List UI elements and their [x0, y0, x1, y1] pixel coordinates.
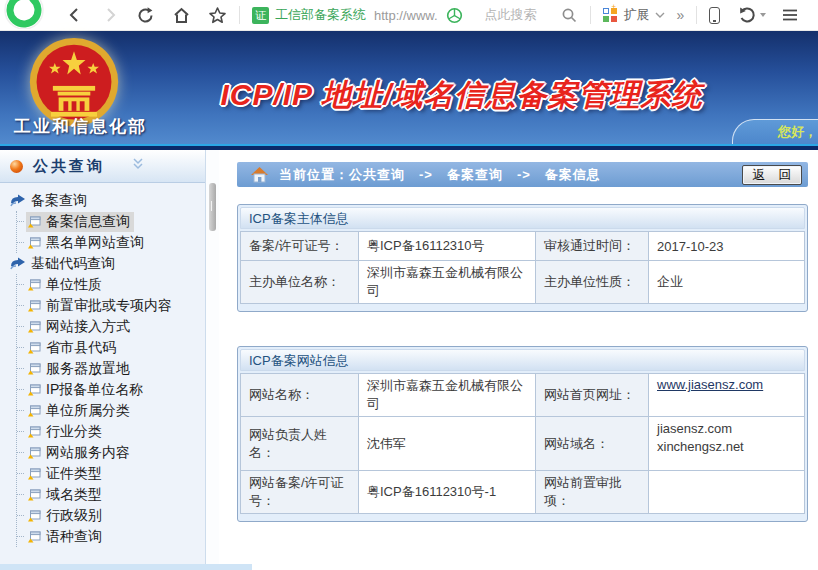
menu-icon[interactable] — [782, 8, 798, 22]
sidebar-item-unit-nature[interactable]: 单位性质 — [17, 274, 205, 295]
organizer-nature-label: 主办单位性质： — [536, 261, 649, 304]
organizer-nature-value: 企业 — [649, 261, 805, 304]
item-label: 单位性质 — [46, 276, 102, 294]
collapse-chevrons-icon[interactable] — [131, 157, 145, 175]
item-label: 黑名单网站查询 — [46, 234, 144, 252]
sidebar-item-server-location[interactable]: 服务器放置地 — [17, 358, 205, 379]
page-node-icon — [27, 237, 41, 249]
page-node-icon — [27, 468, 41, 480]
page-node-icon — [27, 405, 41, 417]
sidebar-item-pre-approval[interactable]: 前置审批或专项内容 — [17, 295, 205, 316]
greeting-tab: 您好， — [732, 119, 818, 144]
search-input[interactable]: 点此搜索 — [485, 6, 537, 24]
refresh-icon[interactable] — [136, 6, 155, 25]
sidebar-item-blacklist-query[interactable]: 黑名单网站查询 — [17, 232, 205, 253]
item-label: 单位所属分类 — [46, 402, 130, 420]
page-node-icon — [27, 321, 41, 333]
item-label: 网站服务内容 — [46, 444, 130, 462]
page-node-icon — [27, 363, 41, 375]
sidebar-item-industry-category[interactable]: 行业分类 — [17, 421, 205, 442]
home-icon[interactable] — [172, 6, 191, 25]
table-row: 备案/许可证号： 粤ICP备16112310号 审核通过时间： 2017-10-… — [241, 232, 805, 261]
back-button[interactable]: 返 回 — [742, 165, 802, 185]
pre-approval-item-label: 网站前置审批项： — [536, 471, 649, 514]
sidebar-item-domain-type[interactable]: 域名类型 — [17, 484, 205, 505]
content-layout: 公共查询 备案查询 — [0, 150, 818, 570]
item-label: 行业分类 — [46, 423, 102, 441]
sidebar-group-beian-query[interactable]: 备案查询 — [10, 190, 205, 211]
item-label: 服务器放置地 — [46, 360, 130, 378]
sidebar-item-beian-info-query[interactable]: 备案信息查询 — [17, 211, 205, 232]
item-label: 备案信息查询 — [46, 213, 130, 231]
homepage-url-cell: www.jiasensz.com — [649, 374, 805, 417]
page-node-icon — [27, 279, 41, 291]
approval-date-value: 2017-10-23 — [649, 232, 805, 261]
sidebar-header[interactable]: 公共查询 — [0, 150, 205, 183]
mobile-phone-icon[interactable] — [709, 7, 720, 24]
homepage-url-link[interactable]: www.jiasensz.com — [657, 377, 763, 392]
item-label: 域名类型 — [46, 486, 102, 504]
table-row: 主办单位名称： 深圳市嘉森五金机械有限公司 主办单位性质： 企业 — [241, 261, 805, 304]
shutter-icon[interactable] — [446, 7, 463, 24]
orange-ball-icon — [10, 160, 23, 173]
site-license-value: 粤ICP备16112310号-1 — [359, 471, 536, 514]
address-url-text[interactable]: http://www. — [374, 8, 438, 23]
toolbar-separator — [696, 6, 697, 24]
website-panel-title: ICP备案网站信息 — [240, 349, 805, 371]
forward-icon — [101, 6, 119, 24]
pre-approval-item-value — [649, 471, 805, 514]
favorite-star-icon[interactable] — [208, 6, 227, 25]
sidebar-item-unit-category[interactable]: 单位所属分类 — [17, 400, 205, 421]
subject-info-table: 备案/许可证号： 粤ICP备16112310号 审核通过时间： 2017-10-… — [240, 231, 805, 304]
sidebar-item-service-content[interactable]: 网站服务内容 — [17, 442, 205, 463]
address-site-name[interactable]: 工信部备案系统 — [275, 6, 366, 24]
home-breadcrumb-icon[interactable] — [250, 166, 269, 184]
ministry-name: 工业和信息化部 — [14, 115, 147, 138]
subject-panel-title: ICP备案主体信息 — [240, 207, 805, 229]
browser-logo-icon[interactable] — [4, 0, 44, 29]
subject-info-panel: ICP备案主体信息 备案/许可证号： 粤ICP备16112310号 审核通过时间… — [237, 204, 808, 312]
extensions-grid-icon[interactable] — [603, 8, 618, 23]
sidebar-item-language-query[interactable]: 语种查询 — [17, 526, 205, 547]
sidebar-children: 单位性质 前置审批或专项内容 网站接入方式 省市县代码 服务器放置地 IP报备单… — [16, 274, 205, 547]
restore-undo-icon[interactable] — [738, 6, 757, 24]
arrow-node-icon — [10, 257, 26, 270]
restore-dropdown-caret[interactable] — [760, 13, 766, 17]
organizer-name-label: 主办单位名称： — [241, 261, 359, 304]
extensions-label[interactable]: 扩展 — [624, 6, 650, 24]
sidebar: 公共查询 备案查询 — [0, 150, 206, 570]
site-manager-value: 沈伟军 — [359, 417, 536, 471]
splitter-handle[interactable] — [209, 183, 216, 231]
search-icon[interactable] — [561, 7, 578, 24]
bottom-scroll-strip — [0, 564, 252, 570]
website-name-label: 网站名称： — [241, 374, 359, 417]
sidebar-item-access-method[interactable]: 网站接入方式 — [17, 316, 205, 337]
page-node-icon — [27, 300, 41, 312]
sidebar-item-ip-report-unit[interactable]: IP报备单位名称 — [17, 379, 205, 400]
page-node-icon — [27, 447, 41, 459]
license-number-label: 备案/许可证号： — [241, 232, 359, 261]
page-node-icon — [27, 489, 41, 501]
site-banner: ICP/IP 地址/域名信息备案管理系统 工业和信息化部 您好， — [0, 31, 818, 150]
cert-badge-icon[interactable]: 证 — [252, 7, 269, 24]
more-tools-label[interactable]: » — [677, 7, 685, 23]
chevron-down-icon[interactable] — [655, 11, 665, 19]
back-icon[interactable] — [66, 6, 84, 24]
sidebar-item-admin-level[interactable]: 行政级别 — [17, 505, 205, 526]
item-label: 证件类型 — [46, 465, 102, 483]
sidebar-item-province-code[interactable]: 省市县代码 — [17, 337, 205, 358]
sidebar-item-cert-type[interactable]: 证件类型 — [17, 463, 205, 484]
item-label: IP报备单位名称 — [46, 381, 143, 399]
license-number-value: 粤ICP备16112310号 — [359, 232, 536, 261]
greeting-text: 您好， — [778, 123, 818, 141]
homepage-url-label: 网站首页网址： — [536, 374, 649, 417]
main-content: 当前位置：公共查询 -> 备案查询 -> 备案信息 返 回 ICP备案主体信息 … — [219, 150, 818, 570]
sidebar-group-code-query[interactable]: 基础代码查询 — [10, 253, 205, 274]
system-title: ICP/IP 地址/域名信息备案管理系统 — [150, 75, 773, 116]
breadcrumb: 当前位置：公共查询 -> 备案查询 -> 备案信息 返 回 — [237, 162, 808, 187]
sidebar-splitter[interactable] — [206, 150, 219, 570]
browser-toolbar: 证 工信部备案系统 http://www. 点此搜索 扩展 » — [0, 0, 818, 31]
domain-value-2: xinchengsz.net — [657, 438, 796, 456]
item-label: 网站接入方式 — [46, 318, 130, 336]
site-license-label: 网站备案/许可证号： — [241, 471, 359, 514]
